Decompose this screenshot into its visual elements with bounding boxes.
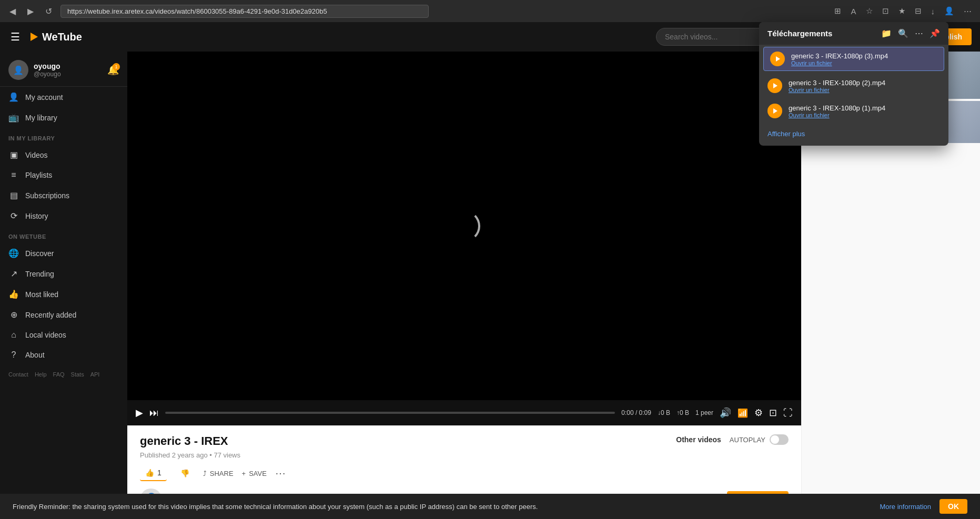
user-handle: @oyougo	[34, 70, 102, 78]
dl-open-link-1[interactable]: Ouvrir un fichier	[791, 60, 937, 66]
forward-button[interactable]: ▶	[24, 4, 37, 18]
play-button[interactable]: ▶	[136, 407, 143, 419]
share-icon: ⤴	[203, 470, 207, 477]
sidebar-item-history[interactable]: ⟳ History	[0, 206, 127, 226]
autoplay-row: AUTOPLAY	[730, 434, 789, 445]
logo-triangle-icon	[31, 33, 38, 41]
sidebar-item-trending[interactable]: ↗ Trending	[0, 263, 127, 284]
download-item-1[interactable]: generic 3 - IREX-1080p (3).mp4 Ouvrir un…	[763, 47, 944, 71]
sidebar: 👤 oyougo @oyougo 🔔 1 👤 My account 📺 My l…	[0, 52, 127, 519]
section-my-library: IN MY LIBRARY	[0, 128, 127, 145]
video-title-row: generic 3 - IREX Published 2 years ago •…	[140, 434, 789, 459]
more-icon[interactable]: ⋯	[962, 4, 974, 18]
footer-help[interactable]: Help	[35, 371, 47, 378]
reminder-ok-button[interactable]: OK	[939, 499, 967, 514]
like-button[interactable]: 👍 1	[140, 465, 167, 481]
video-actions: 👍 1 👎 ⤴ SHARE + SAVE ⋯	[140, 465, 789, 481]
sidebar-item-local-videos[interactable]: ⌂ Local videos	[0, 325, 127, 345]
subscriptions-icon: ▤	[8, 190, 19, 200]
sidebar-item-playlists[interactable]: ≡ Playlists	[0, 165, 127, 185]
hamburger-button[interactable]: ☰	[8, 28, 22, 45]
video-player[interactable]	[127, 52, 801, 400]
other-videos-label: Other videos	[676, 435, 721, 444]
volume-button[interactable]: 🔊	[720, 407, 731, 419]
extensions-icon[interactable]: ⊞	[832, 4, 843, 18]
search-dl-icon[interactable]: 🔍	[898, 28, 908, 38]
fullscreen-button[interactable]: ⛶	[783, 408, 793, 419]
sidebar-item-label: About	[25, 351, 45, 359]
reminder-bar: Friendly Reminder: the sharing system us…	[0, 494, 980, 519]
share-button[interactable]: ⤴ SHARE	[203, 470, 234, 477]
sidebar-item-most-liked[interactable]: 👍 Most liked	[0, 284, 127, 304]
dl-file-info-2: generic 3 - IREX-1080p (2).mp4 Ouvrir un…	[789, 79, 940, 93]
vlc-icon-3	[767, 104, 782, 118]
dl-filename-3: generic 3 - IREX-1080p (1).mp4	[789, 104, 940, 112]
profile-icon[interactable]: 👤	[942, 4, 956, 18]
more-dl-icon[interactable]: ⋯	[915, 28, 923, 38]
section-on-wetube: ON WETUBE	[0, 226, 127, 243]
save-button[interactable]: + SAVE	[242, 470, 267, 477]
font-icon[interactable]: A	[848, 4, 858, 18]
notifications-button[interactable]: 🔔 1	[107, 64, 119, 76]
sidebar-item-recently-added[interactable]: ⊕ Recently added	[0, 304, 127, 325]
pin-dl-icon[interactable]: 📌	[930, 28, 940, 38]
dl-open-link-3[interactable]: Ouvrir un fichier	[789, 112, 940, 118]
footer-stats[interactable]: Stats	[71, 371, 84, 378]
sidebar-item-discover[interactable]: 🌐 Discover	[0, 243, 127, 263]
like-count: 1	[157, 469, 161, 477]
star-icon[interactable]: ☆	[864, 4, 875, 18]
sidebar-item-subscriptions[interactable]: ▤ Subscriptions	[0, 185, 127, 206]
download-stat: ↓0 B	[658, 409, 670, 416]
history-icon: ⟳	[8, 211, 19, 221]
more-actions-button[interactable]: ⋯	[275, 467, 286, 480]
video-controls: ▶ ⏭ 0:00 / 0:09 ↓0 B ↑0 B 1 peer 🔊 📶 ⚙ ⊡…	[127, 400, 801, 425]
afficher-plus-link[interactable]: Afficher plus	[767, 130, 805, 138]
download-item-2[interactable]: generic 3 - IREX-1080p (2).mp4 Ouvrir un…	[759, 73, 948, 98]
vlc-icon-2	[767, 78, 782, 93]
sidebar-user-section: 👤 oyougo @oyougo 🔔 1	[0, 52, 127, 87]
footer-api[interactable]: API	[90, 371, 100, 378]
dl-open-link-2[interactable]: Ouvrir un fichier	[789, 87, 940, 93]
url-bar[interactable]	[60, 5, 429, 18]
sidebar-item-my-account[interactable]: 👤 My account	[0, 87, 127, 107]
sidebar-item-label: Videos	[25, 151, 48, 159]
download-item-3[interactable]: generic 3 - IREX-1080p (1).mp4 Ouvrir un…	[759, 98, 948, 124]
progress-bar[interactable]	[165, 412, 615, 414]
thumbs-up-icon: 👍	[145, 469, 154, 477]
split-view-icon[interactable]: ⊡	[880, 4, 891, 18]
sidebar-item-label: My library	[25, 114, 57, 122]
share-label: SHARE	[210, 470, 234, 477]
sidebar-footer: Contact Help FAQ Stats API	[0, 365, 127, 384]
vlc-play-icon-2	[773, 83, 777, 88]
dislike-button[interactable]: 👎	[175, 466, 195, 481]
vlc-icon-1	[770, 52, 785, 66]
reminder-text: Friendly Reminder: the sharing system us…	[13, 503, 871, 511]
sidebar-item-label: Local videos	[25, 331, 66, 339]
favorites-icon[interactable]: ★	[896, 4, 907, 18]
sidebar-item-videos[interactable]: ▣ Videos	[0, 145, 127, 165]
next-button[interactable]: ⏭	[149, 408, 159, 419]
notif-badge: 1	[113, 63, 120, 70]
settings-button[interactable]: ⚙	[754, 407, 763, 419]
footer-faq[interactable]: FAQ	[53, 371, 65, 378]
globe-icon: 🌐	[8, 248, 19, 258]
signal-icon: 📶	[737, 408, 748, 418]
sidebar-item-label: Discover	[25, 249, 54, 258]
collections-icon[interactable]: ⊟	[913, 4, 924, 18]
download-icon[interactable]: ↓	[929, 4, 937, 18]
refresh-button[interactable]: ↺	[42, 4, 55, 18]
back-button[interactable]: ◀	[6, 4, 19, 18]
plus-circle-icon: ⊕	[8, 310, 19, 320]
sidebar-item-about[interactable]: ? About	[0, 345, 127, 365]
folder-icon[interactable]: 📁	[881, 28, 892, 38]
sidebar-item-my-library[interactable]: 📺 My library	[0, 107, 127, 128]
person-icon: 👤	[8, 92, 19, 102]
autoplay-toggle[interactable]	[770, 434, 789, 445]
upload-stat: ↑0 B	[676, 409, 689, 416]
browser-toolbar: ⊞ A ☆ ⊡ ★ ⊟ ↓ 👤 ⋯	[832, 4, 974, 18]
window-button[interactable]: ⊡	[769, 407, 777, 419]
browser-chrome: ◀ ▶ ↺ ⊞ A ☆ ⊡ ★ ⊟ ↓ 👤 ⋯	[0, 0, 980, 22]
save-label: SAVE	[249, 470, 267, 477]
more-information-link[interactable]: More information	[880, 503, 931, 511]
footer-contact[interactable]: Contact	[8, 371, 28, 378]
